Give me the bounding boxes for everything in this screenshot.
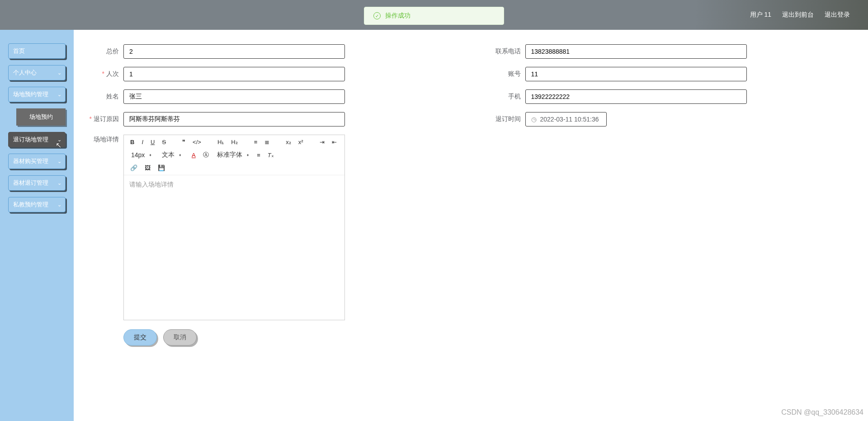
form-row-name: 姓名 — [87, 89, 453, 104]
chevron-down-icon: ⌄ — [57, 70, 61, 76]
font-color-icon[interactable]: A — [190, 151, 198, 159]
mobile-label: 手机 — [489, 93, 521, 101]
italic-icon[interactable]: I — [140, 138, 145, 146]
total-price-input[interactable] — [123, 44, 345, 59]
sidebar-item-coach-booking[interactable]: 私教预约管理 ⌄ — [8, 197, 66, 212]
chevron-down-icon: ⌄ — [57, 180, 61, 186]
editor-toolbar: B I U S ❞ </> H₁ H₂ ≡ ≣ x₂ x² ⇥ ⇤ — [124, 135, 344, 175]
h2-icon[interactable]: H₂ — [229, 138, 239, 146]
sidebar-item-equipment-cancel[interactable]: 器材退订管理 ⌄ — [8, 175, 66, 191]
sidebar-item-label: 退订场地管理 — [13, 136, 48, 144]
strikethrough-icon[interactable]: S — [160, 138, 168, 146]
font-size-select[interactable]: 14px♦ — [128, 150, 156, 159]
align-icon[interactable]: ≡ — [255, 151, 262, 159]
person-count-input[interactable] — [123, 67, 345, 81]
sidebar-item-label: 私教预约管理 — [13, 201, 48, 209]
button-row: 提交 取消 — [123, 329, 854, 346]
sidebar-item-personal[interactable]: 个人中心 ⌄ — [8, 65, 66, 80]
form-grid: 总价 联系电话 人次 账号 姓名 手机 退订原因 — [87, 41, 854, 135]
outdent-icon[interactable]: ⇤ — [330, 138, 339, 146]
cancel-reason-input[interactable] — [123, 112, 345, 126]
total-price-label: 总价 — [87, 47, 119, 56]
cancel-time-value: 2022-03-11 10:51:36 — [540, 116, 599, 123]
chevron-down-icon: ⌄ — [57, 159, 61, 164]
form-row-contact-phone: 联系电话 — [489, 44, 855, 59]
underline-icon[interactable]: U — [149, 138, 156, 146]
venue-details-label: 场地详情 — [87, 136, 119, 144]
logout-link[interactable]: 退出登录 — [825, 11, 850, 19]
highlight-icon[interactable]: Ⓐ — [201, 150, 211, 160]
cancel-button[interactable]: 取消 — [163, 329, 197, 346]
clear-format-icon[interactable]: Tₓ — [266, 151, 276, 159]
submit-button[interactable]: 提交 — [123, 329, 157, 346]
ordered-list-icon[interactable]: ≡ — [252, 138, 259, 146]
text-type-select[interactable]: 文本♦ — [159, 150, 186, 160]
cancel-time-label: 退订时间 — [489, 115, 521, 123]
superscript-icon[interactable]: x² — [297, 138, 305, 146]
header-bar: ✓ 操作成功 用户 11 退出到前台 退出登录 — [0, 0, 868, 30]
font-family-select[interactable]: 标准字体♦ — [214, 150, 252, 160]
sidebar-item-home[interactable]: 首页 — [8, 43, 66, 59]
check-circle-icon: ✓ — [373, 12, 381, 19]
sidebar: 首页 个人中心 ⌄ 场地预约管理 ⌄ 场地预约 退订场地管理 ⌄ ↖ 器材购买管… — [0, 30, 74, 356]
sidebar-item-venue-booking[interactable]: 场地预约管理 ⌄ — [8, 87, 66, 102]
form-row-person-count: 人次 — [87, 67, 453, 81]
chevron-down-icon: ⌄ — [57, 92, 61, 98]
unordered-list-icon[interactable]: ≣ — [263, 138, 271, 146]
success-toast: ✓ 操作成功 — [364, 7, 504, 25]
clock-icon: ◷ — [531, 116, 537, 123]
sidebar-item-label: 器材退订管理 — [13, 179, 48, 187]
editor-content-area[interactable]: 请输入场地详情 — [124, 175, 344, 320]
bold-icon[interactable]: B — [128, 138, 136, 146]
sidebar-item-equipment-buy[interactable]: 器材购买管理 ⌄ — [8, 154, 66, 169]
link-icon[interactable]: 🔗 — [128, 164, 139, 172]
form-row-cancel-time: 退订时间 ◷ 2022-03-11 10:51:36 — [489, 112, 855, 126]
form-row-account: 账号 — [489, 67, 855, 81]
sidebar-item-label: 器材购买管理 — [13, 157, 48, 165]
sidebar-submenu-venue-booking[interactable]: 场地预约 — [16, 108, 66, 126]
image-icon[interactable]: 🖼 — [143, 164, 152, 172]
sidebar-submenu-label: 场地预约 — [29, 113, 53, 121]
header-links: 用户 11 退出到前台 退出登录 — [750, 11, 850, 19]
form-row-venue-details: 场地详情 B I U S ❞ </> H₁ H₂ ≡ ≣ x₂ x² ⇥ — [87, 135, 854, 320]
sidebar-item-label: 个人中心 — [13, 69, 37, 77]
cancel-reason-label: 退订原因 — [87, 115, 119, 123]
sidebar-item-label: 首页 — [13, 47, 25, 55]
quote-icon[interactable]: ❞ — [180, 138, 187, 146]
user-label[interactable]: 用户 11 — [750, 11, 771, 19]
exit-front-link[interactable]: 退出到前台 — [782, 11, 814, 19]
subscript-icon[interactable]: x₂ — [284, 138, 293, 146]
cursor-icon: ↖ — [56, 141, 61, 150]
code-icon[interactable]: </> — [191, 138, 203, 146]
contact-phone-input[interactable] — [525, 44, 747, 59]
name-label: 姓名 — [87, 93, 119, 101]
form-row-mobile: 手机 — [489, 89, 855, 104]
contact-phone-label: 联系电话 — [489, 47, 521, 56]
chevron-down-icon: ⌄ — [57, 202, 61, 208]
save-icon[interactable]: 💾 — [156, 164, 167, 172]
rich-text-editor: B I U S ❞ </> H₁ H₂ ≡ ≣ x₂ x² ⇥ ⇤ — [123, 135, 345, 320]
person-count-label: 人次 — [87, 70, 119, 78]
form-row-total-price: 总价 — [87, 44, 453, 59]
h1-icon[interactable]: H₁ — [216, 138, 226, 146]
account-input[interactable] — [525, 67, 747, 81]
mobile-input[interactable] — [525, 89, 747, 104]
toast-message: 操作成功 — [385, 12, 410, 20]
form-row-cancel-reason: 退订原因 — [87, 112, 453, 126]
main-content: 总价 联系电话 人次 账号 姓名 手机 退订原因 — [74, 30, 868, 356]
account-label: 账号 — [489, 70, 521, 78]
name-input[interactable] — [123, 89, 345, 104]
sidebar-item-label: 场地预约管理 — [13, 90, 48, 98]
sidebar-item-cancel-venue[interactable]: 退订场地管理 ⌄ ↖ — [8, 132, 66, 147]
indent-icon[interactable]: ⇥ — [318, 138, 326, 146]
cancel-time-input[interactable]: ◷ 2022-03-11 10:51:36 — [525, 112, 607, 126]
